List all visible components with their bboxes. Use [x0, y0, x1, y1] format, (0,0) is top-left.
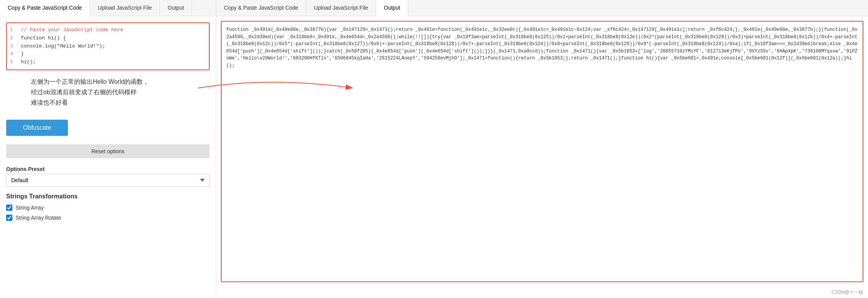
code-text-5: hi(); [21, 58, 36, 66]
string-array-rotate-checkbox[interactable] [6, 215, 12, 221]
annotation-line3: 难读也不好看 [31, 99, 68, 106]
code-text-3: console.log("Hello World!"); [21, 42, 105, 51]
tab-copy-paste-left[interactable]: Copy & Paste JavaScript Code [0, 0, 90, 16]
annotation-text: 左侧为一个正常的输出Hello World的函数， 经过ob混淆后就变成了右侧的… [31, 76, 210, 108]
code-text-4: } [21, 50, 24, 58]
obfuscate-button[interactable]: Obfuscate [6, 120, 68, 136]
string-array-label: String Array [15, 205, 44, 211]
left-panel: Copy & Paste JavaScript Code Upload Java… [0, 0, 216, 298]
code-line-2: 2 function hi() { [10, 34, 206, 42]
code-text-1: // Paste your JavaScript code here [21, 26, 123, 34]
strings-transformations-title: Strings Transformations [6, 193, 210, 200]
reset-options-button[interactable]: Reset options [6, 144, 210, 158]
tab-output-right[interactable]: Output [376, 0, 408, 16]
options-preset-label: Options Preset [6, 166, 210, 172]
code-line-4: 4 } [10, 50, 206, 58]
string-array-rotate-label: String Array Rotate [15, 215, 61, 221]
checkbox-string-array: String Array [6, 205, 210, 211]
line-num-2: 2 [10, 34, 18, 42]
checkbox-string-array-rotate: String Array Rotate [6, 215, 210, 221]
code-line-1: 1 // Paste your JavaScript code here [10, 26, 206, 34]
annotation-line2: 经过ob混淆后就变成了右侧的代码模样 [31, 89, 137, 95]
tab-upload-left[interactable]: Upload JavaScript File [90, 0, 160, 16]
right-panel: Copy & Paste JavaScript Code Upload Java… [216, 0, 868, 298]
line-num-4: 4 [10, 50, 18, 58]
line-num-5: 5 [10, 58, 18, 66]
code-text-2: function hi() { [21, 34, 66, 42]
code-line-3: 3 console.log("Hello World!"); [10, 42, 206, 51]
tab-output-left[interactable]: Output [160, 0, 192, 16]
tab-upload-right[interactable]: Upload JavaScript File [306, 0, 376, 16]
code-input-area[interactable]: 1 // Paste your JavaScript code here 2 f… [6, 22, 210, 70]
csdn-credit: CSDN@十一姐 [216, 287, 868, 298]
annotation-line1: 左侧为一个正常的输出Hello World的函数， [31, 78, 149, 85]
line-num-1: 1 [10, 26, 18, 34]
string-array-checkbox[interactable] [6, 205, 12, 211]
output-code-area[interactable]: function _0x491e(_0x49e08e,_0x3877b){var… [221, 21, 863, 282]
right-tabs: Copy & Paste JavaScript Code Upload Java… [216, 0, 868, 16]
left-tabs: Copy & Paste JavaScript Code Upload Java… [0, 0, 216, 16]
strings-transformations-section: Strings Transformations String Array Str… [6, 193, 210, 225]
line-num-3: 3 [10, 42, 18, 51]
tab-copy-paste-right[interactable]: Copy & Paste JavaScript Code [216, 0, 306, 16]
code-line-5: 5 hi(); [10, 58, 206, 66]
options-preset-select[interactable]: Default [6, 174, 210, 187]
